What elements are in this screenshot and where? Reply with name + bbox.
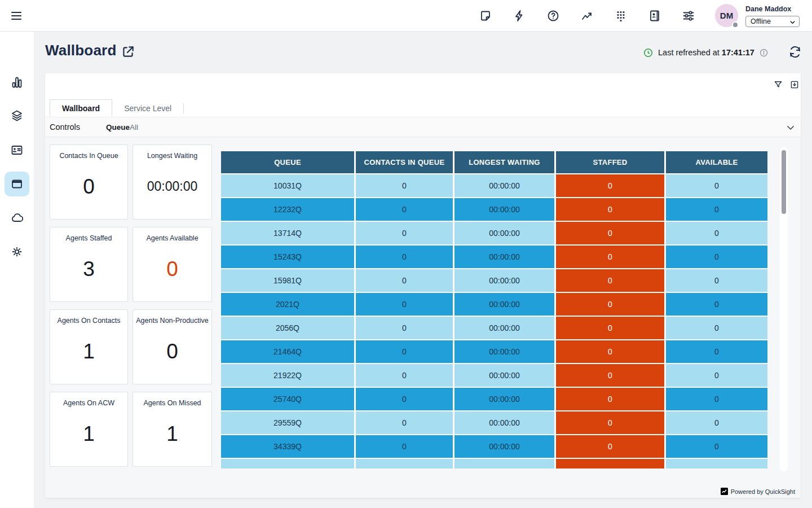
dialpad-icon[interactable] xyxy=(614,9,628,23)
column-header[interactable]: CONTACTS IN QUEUE xyxy=(356,151,453,173)
kpi-value: 1 xyxy=(166,407,178,466)
table-cell: 12232Q xyxy=(221,198,354,221)
table-scrollbar[interactable] xyxy=(780,147,788,471)
table-cell: 00:00:00 xyxy=(454,340,554,363)
wallboard-icon[interactable] xyxy=(10,177,24,191)
kpi-grid: Contacts In Queue 0 Longest Waiting 00:0… xyxy=(50,144,212,467)
quicksight-footer: Powered by QuickSight xyxy=(721,488,795,495)
table-cell: 0 xyxy=(666,411,767,434)
dashboard-panel: Wallboard Service Level Controls Queue A… xyxy=(45,73,801,498)
top-bar: DM Dane Maddox Offline xyxy=(0,0,812,32)
powered-by-text: Powered by QuickSight xyxy=(731,488,795,495)
layers-icon[interactable] xyxy=(10,109,24,122)
sidebar xyxy=(0,32,34,508)
controls-bar[interactable]: Controls Queue All xyxy=(45,117,801,137)
kpi-value: 1 xyxy=(83,407,95,466)
kpi-card: Agents On Contacts 1 xyxy=(50,309,128,384)
table-cell: 0 xyxy=(666,435,767,458)
table-cell: 0 xyxy=(356,174,453,197)
table-header-row: QUEUECONTACTS IN QUEUELONGEST WAITINGSTA… xyxy=(221,151,767,173)
table-cell: 0 xyxy=(556,364,664,387)
flash-icon[interactable] xyxy=(513,9,526,23)
refresh-status: Last refreshed at 17:41:17 xyxy=(643,45,769,60)
table-cell: 00:00:00 xyxy=(454,411,554,434)
table-cell: 00:00:00 xyxy=(454,435,554,458)
kpi-value: 3 xyxy=(83,242,95,301)
table-cell: 29559Q xyxy=(221,411,354,434)
table-cell: 0 xyxy=(356,340,453,363)
table-row: 2056Q000:00:0000 xyxy=(221,317,767,339)
kpi-card: Agents Non-Productive 0 xyxy=(133,309,212,384)
kpi-card: Agents On ACW 1 xyxy=(50,392,128,467)
menu-icon[interactable] xyxy=(10,9,23,23)
kpi-title: Agents Non-Productive xyxy=(134,317,211,325)
metrics-icon[interactable] xyxy=(580,9,594,23)
refresh-button[interactable] xyxy=(788,45,802,59)
info-icon[interactable] xyxy=(759,48,769,58)
table-cell: 2021Q xyxy=(221,293,354,316)
settings-gear-icon[interactable] xyxy=(10,245,24,259)
tab-service-level[interactable]: Service Level xyxy=(112,99,183,117)
kpi-card: Contacts In Queue 0 xyxy=(50,144,128,220)
auto-refresh-clock-icon xyxy=(643,47,654,58)
table-cell: 2056Q xyxy=(221,317,354,339)
table-cell: 00:00:00 xyxy=(454,293,554,316)
table-cell: 0 xyxy=(666,269,767,292)
table-cell: 0 xyxy=(556,222,664,244)
table-cell xyxy=(556,459,664,468)
kpi-title: Agents Available xyxy=(144,234,200,242)
table-cell: 0 xyxy=(356,435,453,458)
table-cell: 0 xyxy=(356,246,453,268)
tab-wallboard[interactable]: Wallboard xyxy=(50,99,112,117)
tab-divider xyxy=(183,103,184,113)
queue-table: QUEUECONTACTS IN QUEUELONGEST WAITINGSTA… xyxy=(221,151,767,468)
kpi-card: Agents Available 0 xyxy=(133,227,212,302)
preferences-icon[interactable] xyxy=(682,9,695,23)
table-cell: 0 xyxy=(666,293,767,316)
column-header[interactable]: LONGEST WAITING xyxy=(454,151,554,173)
table-cell: 0 xyxy=(556,246,664,268)
status-select[interactable]: Offline xyxy=(745,16,800,27)
table-cell: 0 xyxy=(666,317,767,339)
table-cell: 21464Q xyxy=(221,340,354,363)
controls-label: Controls xyxy=(50,122,80,132)
table-cell: 00:00:00 xyxy=(454,246,554,268)
help-icon[interactable] xyxy=(546,9,560,23)
status-dot xyxy=(732,21,739,28)
queue-filter-value[interactable]: All xyxy=(130,123,138,132)
kpi-title: Agents On Missed xyxy=(141,399,203,407)
table-cell: 0 xyxy=(356,317,453,339)
filter-icon[interactable] xyxy=(773,80,783,90)
table-cell: 15981Q xyxy=(221,269,354,292)
kpi-value: 0 xyxy=(166,242,178,301)
chevron-down-icon[interactable] xyxy=(785,122,796,133)
table-body: 10031Q000:00:000012232Q000:00:000013714Q… xyxy=(221,174,767,468)
kpi-card: Agents On Missed 1 xyxy=(133,392,212,467)
column-header[interactable]: AVAILABLE xyxy=(666,151,767,173)
queue-filter-label: Queue xyxy=(106,123,130,132)
table-cell: 0 xyxy=(356,293,453,316)
kpi-value: 1 xyxy=(83,325,95,384)
table-cell: 25740Q xyxy=(221,388,354,410)
note-icon[interactable] xyxy=(479,9,492,23)
analytics-icon[interactable] xyxy=(10,76,24,89)
kpi-value: 00:00:00 xyxy=(147,160,198,219)
table-cell: 00:00:00 xyxy=(454,269,554,292)
export-download-icon[interactable] xyxy=(789,80,800,90)
open-external-icon[interactable] xyxy=(121,45,135,59)
table-cell: 21922Q xyxy=(221,364,354,387)
table-cell: 0 xyxy=(556,340,664,363)
table-cell: 0 xyxy=(356,222,453,244)
table-cell: 00:00:00 xyxy=(454,198,554,221)
table-row: 29559Q000:00:0000 xyxy=(221,411,767,434)
table-cell: 0 xyxy=(556,293,664,316)
table-row xyxy=(221,459,767,468)
sheet-tabs: Wallboard Service Level xyxy=(50,99,184,117)
cloud-icon[interactable] xyxy=(10,211,24,225)
column-header[interactable]: QUEUE xyxy=(221,151,354,173)
table-cell: 00:00:00 xyxy=(454,388,554,410)
scrollbar-thumb[interactable] xyxy=(782,150,786,214)
column-header[interactable]: STAFFED xyxy=(556,151,664,173)
directory-icon[interactable] xyxy=(648,9,661,23)
contact-card-icon[interactable] xyxy=(10,143,24,157)
